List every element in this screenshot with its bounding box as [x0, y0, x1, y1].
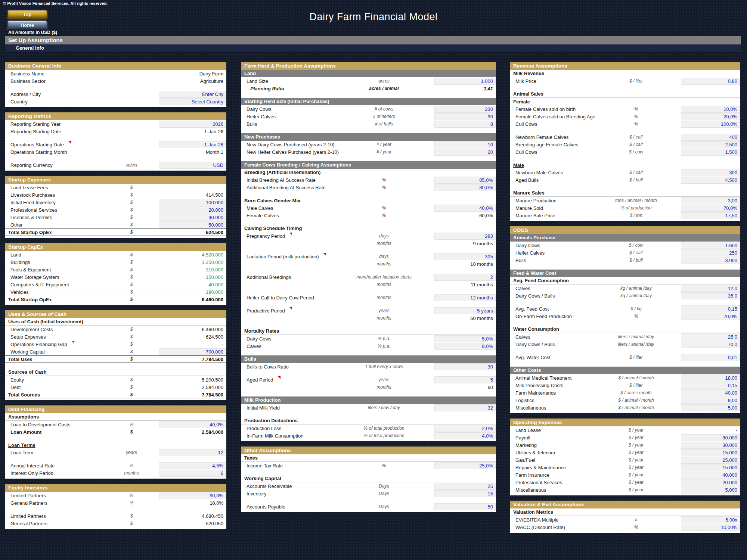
input-cell[interactable]: 25,0%	[434, 462, 496, 469]
input-cell[interactable]: 15.000	[681, 464, 740, 471]
input-cell[interactable]: 40,0%	[159, 421, 226, 428]
row-label: Reporting Starting Date	[5, 129, 103, 134]
input-cell[interactable]: 2	[434, 274, 496, 281]
input-cell[interactable]: 85,0%	[434, 177, 496, 184]
column-3: Revenue AssumptionsMilk RevenueMilk Pric…	[510, 62, 740, 538]
input-cell[interactable]: 2.500	[681, 141, 740, 148]
assumption-row: Female Calves sold on birth%10,0%	[510, 105, 740, 113]
assumption-row: Debt$2.584.000	[5, 383, 226, 391]
input-cell[interactable]: 5,00	[681, 404, 740, 411]
spacer	[510, 348, 740, 354]
input-cell[interactable]: 283	[434, 233, 496, 240]
input-cell[interactable]: 305	[434, 253, 496, 260]
row-label: Animal Medical Treatment	[510, 375, 591, 381]
input-cell[interactable]: 15.000	[681, 449, 740, 456]
spacer	[241, 156, 496, 161]
input-cell[interactable]: 8	[434, 121, 496, 128]
input-cell[interactable]: 0,80	[681, 78, 740, 85]
row-label: Working Capital	[241, 476, 496, 481]
input-cell[interactable]: 2026	[159, 121, 226, 128]
input-cell[interactable]: 25,0	[681, 333, 740, 340]
input-cell[interactable]: 4.500	[681, 177, 740, 184]
input-cell[interactable]: 25	[434, 483, 496, 490]
comment-marker-icon	[289, 233, 292, 235]
input-cell[interactable]: 0,15	[681, 382, 740, 389]
input-cell[interactable]: 25.000	[681, 457, 740, 464]
input-cell[interactable]: 3,00	[681, 197, 740, 204]
input-cell[interactable]: 17,50	[681, 212, 740, 219]
input-cell[interactable]: 300	[681, 169, 740, 176]
unit-label: $	[103, 222, 159, 227]
input-cell[interactable]: 50	[434, 503, 496, 510]
input-cell[interactable]: 1.000	[434, 78, 496, 85]
unit-label: kg / animal /day	[591, 293, 681, 298]
input-cell[interactable]: 10,0%	[681, 106, 740, 113]
assumption-row: Licenses & Permits$40.000	[5, 214, 226, 221]
input-cell[interactable]: 20	[434, 149, 496, 156]
input-cell[interactable]: Enter City	[159, 91, 226, 98]
input-cell[interactable]: 80.000	[681, 434, 740, 441]
input-cell[interactable]: 1-Jan-26	[159, 141, 226, 148]
row-label: Utilities & Telecom	[510, 450, 591, 455]
input-cell[interactable]: 4,0%	[434, 432, 496, 439]
assumption-row: Dairy Cows$ / cow1.600	[510, 242, 740, 249]
input-cell[interactable]: 6	[159, 470, 226, 477]
input-cell[interactable]: 90	[434, 113, 496, 120]
input-cell[interactable]: 1.500	[681, 149, 740, 156]
input-cell[interactable]: 4,5%	[159, 462, 226, 469]
input-cell[interactable]: 250	[681, 249, 740, 256]
assumption-row: Loan Amount$2.584.000	[5, 428, 226, 436]
input-cell[interactable]: 10,00%	[681, 524, 740, 531]
input-cell[interactable]: 30.000	[681, 442, 740, 449]
input-cell[interactable]: 15	[434, 490, 496, 497]
input-cell[interactable]: 5.000	[681, 486, 740, 494]
input-cell[interactable]: USD	[159, 162, 226, 169]
input-cell[interactable]: 12 months	[434, 294, 496, 301]
input-cell[interactable]: 8,0%	[434, 343, 496, 350]
input-cell[interactable]: 40,0%	[434, 205, 496, 212]
input-cell[interactable]: 5 years	[434, 307, 496, 314]
unit-label: x	[591, 517, 681, 522]
input-cell[interactable]: 30	[434, 363, 496, 370]
input-cell[interactable]: 5,00x	[681, 516, 740, 523]
input-cell[interactable]: 100.000	[159, 199, 226, 206]
input-cell[interactable]: 0,01	[681, 354, 740, 361]
input-cell[interactable]: 230	[434, 106, 496, 113]
input-cell[interactable]: 32	[434, 404, 496, 411]
input-cell[interactable]: 9,00	[681, 397, 740, 404]
input-cell[interactable]: 90,0%	[159, 492, 226, 499]
input-cell[interactable]: 100,0%	[681, 121, 740, 128]
input-cell[interactable]: 10	[434, 141, 496, 148]
input-cell[interactable]: 20.000	[681, 479, 740, 486]
input-cell[interactable]: 1.600	[681, 242, 740, 249]
input-cell[interactable]: 40.000	[681, 472, 740, 479]
input-cell[interactable]: 12,0	[681, 285, 740, 292]
input-cell[interactable]: 20,0%	[681, 113, 740, 120]
input-cell[interactable]: 40.000	[159, 214, 226, 221]
input-cell[interactable]: 50.000	[159, 221, 226, 228]
input-cell[interactable]: 70,0%	[681, 205, 740, 212]
input-cell[interactable]: 3.000	[681, 257, 740, 264]
assumption-row: Tools & Equipment$310.000	[5, 266, 226, 273]
input-cell[interactable]: 12	[159, 449, 226, 456]
input-cell[interactable]: Select Country	[159, 98, 226, 105]
assumption-row: Heifer Calf to Dairy Cow Periodmonths12 …	[241, 294, 496, 301]
input-cell[interactable]: 700.000	[159, 348, 226, 355]
input-cell[interactable]: 18,00	[681, 374, 740, 382]
input-cell[interactable]: 70,0	[681, 341, 740, 348]
input-cell[interactable]: 0,15	[681, 305, 740, 312]
input-cell[interactable]: 80,0%	[434, 184, 496, 191]
assumption-row: Bulls to Cows Ratio1 bull every x cows30	[241, 363, 496, 370]
input-cell[interactable]: 35,0	[681, 292, 740, 299]
input-cell[interactable]: 5,0%	[434, 335, 496, 342]
input-cell[interactable]: 20.000	[159, 206, 226, 214]
input-cell[interactable]: 40,00	[681, 389, 740, 396]
input-cell[interactable]: 2,0%	[434, 425, 496, 432]
assumption-row: Land Lease$ / year-	[510, 426, 740, 434]
input-cell[interactable]: 5	[434, 376, 496, 383]
subsection-header: New Pruchases	[241, 133, 496, 141]
input-cell[interactable]: 70,0%	[681, 313, 740, 320]
spacer	[5, 363, 226, 368]
input-cell[interactable]: 400	[681, 134, 740, 141]
unit-label: $	[103, 289, 159, 295]
